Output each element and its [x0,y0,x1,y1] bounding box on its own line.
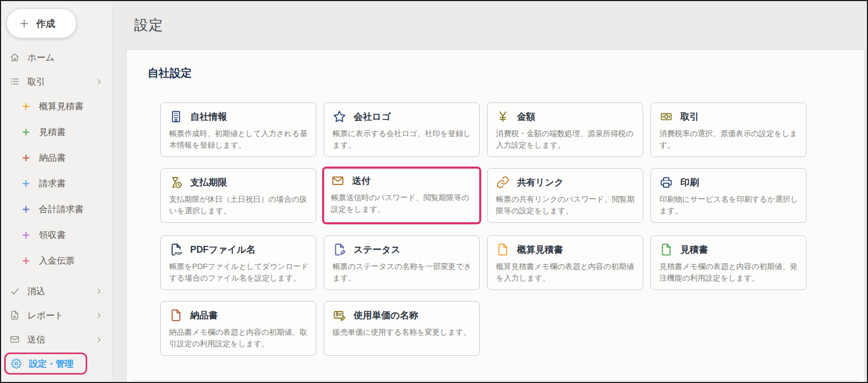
card-description: 販売単価に使用する名称を変更します。 [333,327,475,338]
settings-card-unit-price-name[interactable]: 使用単価の名称販売単価に使用する名称を変更します。 [324,301,480,356]
card-title: 自社情報 [190,110,227,123]
card-title: 取引 [680,110,699,123]
card-title: 送付 [352,174,370,187]
settings-card-company-info[interactable]: 自社情報帳票作成時、初期値として入力される基本情報を登録します。 [160,102,316,157]
card-header: ステータス [333,243,475,256]
card-header: PDFPDFファイル名 [169,243,312,256]
settings-panel: 自社設定 自社情報帳票作成時、初期値として入力される基本情報を登録します。会社ロ… [126,49,865,382]
star-icon [333,110,346,123]
sidebar-item-home[interactable]: ホーム [1,45,112,69]
card-title: 使用単価の名称 [354,309,418,322]
sidebar-item-settings-management[interactable]: 設定・管理 [4,353,87,375]
sidebar-item-label: 領収書 [39,229,66,241]
settings-card-transaction[interactable]: 取引消費税率の選択、原価表示の設定をします。 [650,102,807,157]
card-header: 印刷 [659,175,802,189]
card-header: 見積書 [659,243,802,256]
sidebar-item-total-invoice[interactable]: 合計請求書 [1,196,112,222]
sidebar-item-send[interactable]: 送信 [1,327,112,351]
plus-icon [21,204,34,214]
card-description: 概算見積書メモ欄の表題と内容の初期値を入力します。 [496,261,638,284]
create-button[interactable]: 作成 [6,8,77,38]
create-button-label: 作成 [36,17,55,30]
sidebar-item-delivery-note[interactable]: 納品書 [1,145,112,171]
chevron-right-icon [95,336,103,344]
sidebar-item-label: 請求書 [39,178,66,190]
card-title: 納品書 [190,309,218,322]
card-title: ステータス [354,243,400,256]
card-title: 見積書 [680,243,708,256]
check-icon [9,286,22,296]
building-icon [169,110,183,123]
document-icon [496,243,510,256]
gear-icon [11,358,24,369]
sidebar: 作成 ホーム取引概算見積書見積書納品書請求書合計請求書領収書入金伝票消込レポート… [1,1,112,382]
plus-icon [21,153,34,163]
app-window: 作成 ホーム取引概算見積書見積書納品書請求書合計請求書領収書入金伝票消込レポート… [0,0,868,383]
sidebar-item-receipt[interactable]: 領収書 [1,222,112,248]
card-title: PDFファイル名 [190,243,255,256]
card-header: 自社情報 [169,110,312,123]
plus-icon [21,230,34,240]
list-icon [9,76,22,87]
link-icon [496,175,510,189]
sidebar-item-label: 送信 [27,334,45,346]
sidebar-nav: ホーム取引概算見積書見積書納品書請求書合計請求書領収書入金伝票消込レポート送信設… [1,45,112,375]
report-icon [9,310,22,320]
card-header: 支払期限 [169,175,312,189]
card-header: 会社ロゴ [333,110,475,123]
pdf-file-icon: PDF [169,243,183,256]
card-title: 共有リンク [517,176,564,189]
sidebar-item-invoice[interactable]: 請求書 [1,171,112,196]
sidebar-item-write-off[interactable]: 消込 [1,279,112,303]
settings-card-payment-due[interactable]: 支払期限支払期限が休日（土日祝日）の場合の扱いを選択します。 [160,168,316,223]
yen-icon [496,110,510,123]
settings-card-rough-estimate[interactable]: 概算見積書概算見積書メモ欄の表題と内容の初期値を入力します。 [487,235,643,290]
page-title: 設定 [134,16,163,35]
settings-card-status[interactable]: ステータス帳票のステータスの名称を一部変更できます。 [324,235,480,290]
settings-card-sending[interactable]: 送付帳票送信時のパスワード、閲覧期限等の設定をします。 [322,167,481,224]
settings-card-delivery-note[interactable]: 納品書納品書メモ欄の表題と内容の初期値、取引設定の利用設定をします。 [160,301,316,356]
sidebar-item-label: 取引 [27,76,45,88]
card-title: 印刷 [680,176,699,189]
plus-icon [21,256,34,266]
card-description: 帳票作成時、初期値として入力される基本情報を登録します。 [169,128,312,151]
chevron-right-icon [95,312,103,319]
envelope-icon [331,174,345,188]
card-description: 納品書メモ欄の表題と内容の初期値、取引設定の利用設定をします。 [169,327,312,350]
card-description: 帳票送信時のパスワード、閲覧期限等の設定をします。 [331,192,477,215]
section-title: 自社設定 [148,66,857,80]
card-header: 共有リンク [496,175,638,189]
sidebar-item-report[interactable]: レポート [1,303,112,327]
card-description: 帳票の共有リンクのパスワード、閲覧期限等の設定をします。 [496,194,638,217]
settings-card-pdf-filename[interactable]: PDFPDFファイル名帳票をPDFファイルとしてダウンロードする場合のファイル名… [160,235,316,290]
settings-card-company-logo[interactable]: 会社ロゴ帳票に表示する会社ロゴ、社印を登録します。 [324,102,480,157]
sidebar-item-label: ホーム [27,51,55,64]
settings-card-shared-link[interactable]: 共有リンク帳票の共有リンクのパスワード、閲覧期限等の設定をします。 [487,168,643,223]
chevron-right-icon [95,78,103,86]
settings-card-quote[interactable]: 見積書見積書メモ欄の表題と内容の初期値、発注機能の利用設定をします。 [650,235,807,290]
svg-text:PDF: PDF [175,252,183,255]
sidebar-item-deposit-slip[interactable]: 入金伝票 [1,248,112,274]
sidebar-item-transactions[interactable]: 取引 [1,69,112,94]
sidebar-item-rough-estimate[interactable]: 概算見積書 [1,94,112,119]
settings-card-print[interactable]: 印刷印刷物にサービス名を印刷するか選択します。 [650,168,807,223]
card-header: 概算見積書 [496,243,638,256]
mail-icon [9,334,22,345]
sidebar-item-quote[interactable]: 見積書 [1,119,112,145]
home-icon [9,52,22,63]
document-icon [169,308,183,322]
card-title: 会社ロゴ [354,110,391,123]
sidebar-item-label: 合計請求書 [39,203,84,215]
card-description: 見積書メモ欄の表題と内容の初期値、発注機能の利用設定をします。 [659,261,802,284]
card-description: 印刷物にサービス名を印刷するか選択します。 [659,194,802,217]
card-description: 帳票をPDFファイルとしてダウンロードする場合のファイル名を設定します。 [169,261,312,284]
sidebar-item-label: 概算見積書 [39,100,84,112]
unit-price-icon [333,308,346,322]
document-icon [659,243,673,256]
card-header: 送付 [331,174,477,188]
card-header: 取引 [659,110,802,123]
card-description: 支払期限が休日（土日祝日）の場合の扱いを選択します。 [169,194,312,217]
plus-icon [21,127,34,137]
settings-card-amount[interactable]: 金額消費税・金額の端数処理、源泉所得税の入力設定をします。 [487,102,643,157]
card-title: 金額 [517,110,535,123]
